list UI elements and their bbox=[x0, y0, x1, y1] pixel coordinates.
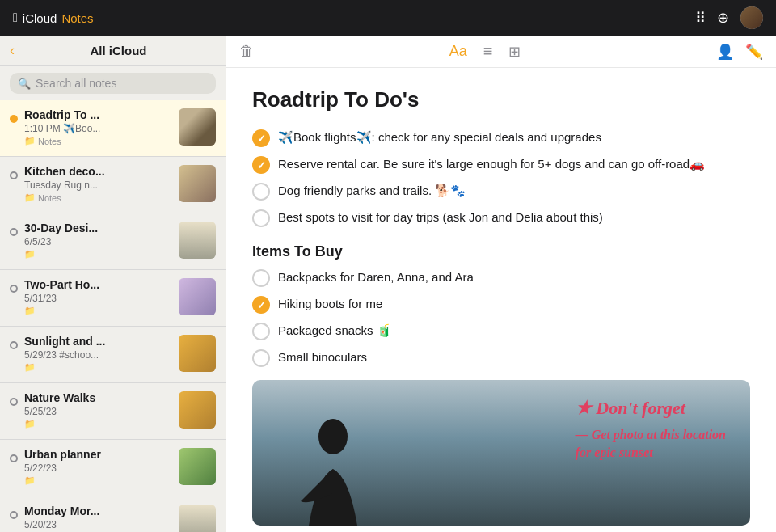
compose-button[interactable]: ✏️ bbox=[745, 43, 763, 61]
content-toolbar: 🗑 Aa ≡ ⊞ 👤 ✏️ bbox=[226, 36, 776, 68]
sidebar: ‹ All iCloud 🔍 Roadtrip To ...1:10 PM ✈️… bbox=[0, 36, 226, 532]
avatar-image bbox=[740, 6, 763, 29]
checkbox-8[interactable] bbox=[252, 349, 270, 367]
avatar[interactable] bbox=[740, 6, 763, 29]
note-title: Two-Part Ho... bbox=[24, 278, 172, 291]
note-list-item[interactable]: Monday Mor...5/20/23📁 bbox=[0, 496, 226, 532]
note-title: Nature Walks bbox=[24, 391, 172, 404]
toolbar-left: 🗑 bbox=[239, 43, 254, 60]
note-list: Roadtrip To ...1:10 PM ✈️Boo...📁NotesKit… bbox=[0, 100, 226, 532]
svg-point-0 bbox=[318, 419, 348, 454]
checkbox-6[interactable] bbox=[252, 296, 270, 314]
note-list-item[interactable]: Sunlight and ...5/29/23 #schoo...📁 bbox=[0, 327, 226, 383]
note-meta: 5/25/23 bbox=[24, 406, 172, 417]
toolbar-right: 👤 ✏️ bbox=[716, 43, 763, 61]
note-list-item[interactable]: 30-Day Desi...6/5/23📁 bbox=[0, 213, 226, 270]
note-thumbnail bbox=[179, 278, 216, 315]
sidebar-title: All iCloud bbox=[21, 44, 216, 57]
note-folder-icon: 📁 bbox=[24, 419, 172, 429]
section-header-buy: Items To Buy bbox=[252, 243, 750, 260]
notes-label: Notes bbox=[61, 11, 93, 25]
note-thumbnail bbox=[179, 505, 216, 532]
note-list-item[interactable]: Kitchen deco...Tuesday Rug n...📁Notes bbox=[0, 157, 226, 213]
checkbox-1[interactable] bbox=[252, 129, 270, 147]
list-button[interactable]: ≡ bbox=[483, 42, 493, 61]
checklist-item: Dog friendly parks and trails. 🐕🐾 bbox=[252, 182, 750, 201]
note-title: Roadtrip To ... bbox=[24, 108, 172, 121]
checkbox-5[interactable] bbox=[252, 269, 270, 287]
checklist-item: Small binoculars bbox=[252, 348, 750, 367]
note-thumbnail bbox=[179, 335, 216, 372]
note-meta: Tuesday Rug n... bbox=[24, 179, 172, 191]
format-button[interactable]: Aa bbox=[449, 43, 467, 60]
note-list-item[interactable]: Two-Part Ho...5/31/23📁 bbox=[0, 270, 226, 327]
item-text-1: ✈️Book flights✈️: check for any special … bbox=[278, 129, 601, 146]
checklist-item: ✈️Book flights✈️: check for any special … bbox=[252, 129, 750, 147]
note-meta: 6/5/23 bbox=[24, 236, 172, 247]
search-bar: 🔍 bbox=[0, 66, 226, 100]
note-meta: 1:10 PM ✈️Boo... bbox=[24, 123, 172, 134]
note-dot bbox=[10, 511, 18, 519]
checkbox-3[interactable] bbox=[252, 183, 270, 201]
item-text-4: Best spots to visit for day trips (ask J… bbox=[278, 209, 603, 226]
note-list-item[interactable]: Nature Walks5/25/23📁 bbox=[0, 383, 226, 440]
table-button[interactable]: ⊞ bbox=[508, 43, 521, 61]
item-text-8: Small binoculars bbox=[278, 348, 367, 365]
checklist-section-1: ✈️Book flights✈️: check for any special … bbox=[252, 129, 750, 227]
share-button[interactable]: 👤 bbox=[716, 43, 734, 61]
note-title: Sunlight and ... bbox=[24, 335, 172, 348]
note-dot bbox=[10, 398, 18, 406]
search-input[interactable] bbox=[36, 77, 208, 90]
handwriting-line2: — Get photo at this location bbox=[576, 426, 726, 444]
note-dot bbox=[10, 341, 18, 349]
handwriting-line3: for epic sunset bbox=[576, 444, 726, 462]
note-folder-icon: 📁 bbox=[24, 306, 172, 316]
item-text-7: Packaged snacks 🧃 bbox=[278, 322, 392, 339]
note-folder-icon: 📁 bbox=[24, 249, 172, 260]
note-title: Roadtrip To Do's bbox=[252, 87, 750, 112]
checklist-item: Hiking boots for me bbox=[252, 295, 750, 314]
sidebar-header: ‹ All iCloud bbox=[0, 36, 226, 66]
note-thumbnail bbox=[179, 108, 216, 146]
back-button[interactable]: ‹ bbox=[10, 42, 15, 59]
checklist-item: Backpacks for Daren, Anna, and Ara bbox=[252, 268, 750, 287]
note-folder: 📁Notes bbox=[24, 192, 172, 203]
note-folder-icon: 📁 bbox=[24, 362, 172, 373]
note-title: Urban planner bbox=[24, 448, 172, 461]
note-list-item[interactable]: Roadtrip To ...1:10 PM ✈️Boo...📁Notes bbox=[0, 100, 226, 157]
topbar:  iCloud Notes ⠿ ⊕ bbox=[0, 0, 776, 36]
grid-icon[interactable]: ⠿ bbox=[695, 9, 706, 27]
note-thumbnail bbox=[179, 448, 216, 485]
note-list-item[interactable]: Urban planner5/22/23📁 bbox=[0, 440, 226, 496]
item-text-2: Reserve rental car. Be sure it's large e… bbox=[278, 155, 705, 172]
note-dot bbox=[10, 171, 18, 179]
handwriting-line1: ★ Don't forget bbox=[576, 396, 726, 421]
delete-button[interactable]: 🗑 bbox=[239, 43, 254, 60]
note-meta: 5/29/23 #schoo... bbox=[24, 349, 172, 361]
note-thumbnail bbox=[179, 165, 216, 202]
topbar-right: ⠿ ⊕ bbox=[695, 6, 763, 29]
checkbox-2[interactable] bbox=[252, 156, 270, 174]
note-dot bbox=[10, 285, 18, 293]
note-meta: 5/31/23 bbox=[24, 293, 172, 304]
note-dot bbox=[10, 454, 18, 462]
checklist-item: Reserve rental car. Be sure it's large e… bbox=[252, 155, 750, 174]
checklist-item: Best spots to visit for day trips (ask J… bbox=[252, 209, 750, 227]
search-input-wrap: 🔍 bbox=[10, 73, 216, 94]
apple-icon:  bbox=[13, 11, 18, 25]
note-title: Kitchen deco... bbox=[24, 165, 172, 178]
note-thumbnail bbox=[179, 391, 216, 429]
item-text-3: Dog friendly parks and trails. 🐕🐾 bbox=[278, 182, 466, 199]
silhouette-svg bbox=[293, 412, 373, 526]
topbar-left:  iCloud Notes bbox=[13, 11, 94, 25]
checklist-section-2: Items To Buy Backpacks for Daren, Anna, … bbox=[252, 243, 750, 367]
handwriting-overlay: ★ Don't forget — Get photo at this locat… bbox=[576, 396, 726, 462]
note-content: Roadtrip To Do's ✈️Book flights✈️: check… bbox=[226, 68, 776, 532]
add-note-icon[interactable]: ⊕ bbox=[717, 9, 729, 27]
content-panel: 🗑 Aa ≡ ⊞ 👤 ✏️ Roadtrip To Do's ✈️Book fl… bbox=[226, 36, 776, 532]
checkbox-4[interactable] bbox=[252, 209, 270, 227]
checkbox-7[interactable] bbox=[252, 323, 270, 340]
main-layout: ‹ All iCloud 🔍 Roadtrip To ...1:10 PM ✈️… bbox=[0, 36, 776, 532]
note-dot bbox=[10, 115, 18, 123]
checklist-item: Packaged snacks 🧃 bbox=[252, 322, 750, 340]
